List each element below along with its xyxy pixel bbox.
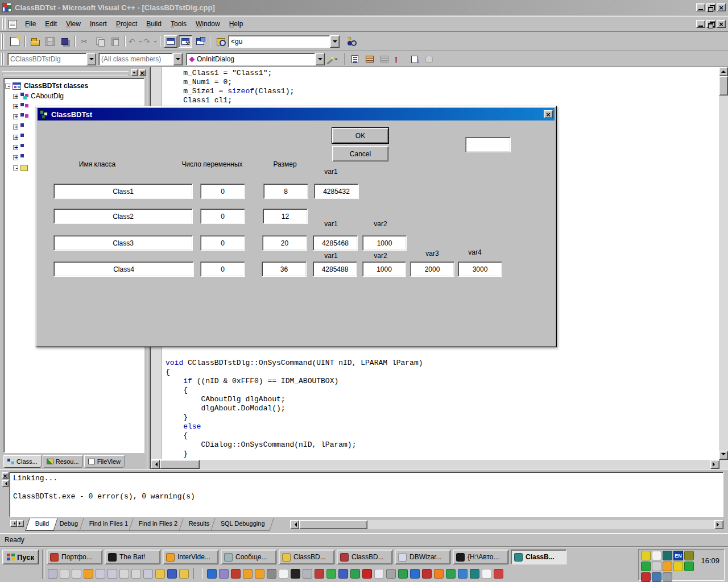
dialog-titlebar[interactable]: ClassBDTst: [38, 108, 555, 120]
quicklaunch-icon[interactable]: [255, 569, 264, 579]
tabs-scroll-right-button[interactable]: [17, 520, 24, 527]
var1-field[interactable]: 4285432: [314, 184, 359, 199]
mdi-document-icon[interactable]: [9, 20, 17, 28]
quicklaunch-icon[interactable]: [446, 569, 456, 579]
build-button[interactable]: [363, 53, 377, 65]
ok-button[interactable]: OK: [332, 128, 388, 143]
task-button[interactable]: Сообще...: [221, 550, 276, 564]
class-name-field[interactable]: Class1: [53, 184, 193, 199]
quicklaunch-icon[interactable]: [167, 569, 177, 579]
find-combo-text[interactable]: <gu: [228, 35, 330, 48]
quicklaunch-icon[interactable]: [410, 569, 420, 579]
menu-build[interactable]: Build: [142, 18, 166, 30]
tray-icon[interactable]: [641, 572, 651, 582]
quicklaunch-icon[interactable]: [470, 569, 479, 579]
quicklaunch-icon[interactable]: [119, 569, 129, 579]
menu-edit[interactable]: Edit: [40, 18, 61, 30]
tray-icon[interactable]: [652, 562, 661, 571]
quicklaunch-icon[interactable]: [143, 569, 153, 579]
expand-icon[interactable]: [13, 114, 18, 119]
mdi-close-button[interactable]: [717, 20, 726, 28]
horizontal-scroll-thumb[interactable]: [160, 460, 200, 469]
var3-field[interactable]: 2000: [410, 261, 454, 277]
cancel-button[interactable]: Cancel: [332, 146, 388, 161]
quicklaunch-icon[interactable]: [267, 569, 276, 579]
tree-item-caboutdlg[interactable]: CAboutDlg: [5, 91, 143, 101]
quicklaunch-icon[interactable]: [279, 569, 288, 579]
menu-file[interactable]: File: [20, 18, 40, 30]
menubar-gripper[interactable]: [2, 18, 6, 30]
members-combo[interactable]: (All class members): [98, 53, 183, 65]
menu-help[interactable]: Help: [225, 18, 248, 30]
tray-icon[interactable]: [684, 551, 694, 560]
workspace-pin-button[interactable]: [131, 69, 138, 76]
var-count-field[interactable]: 0: [200, 261, 245, 277]
window-list-button[interactable]: [193, 35, 207, 48]
wizard-action-button[interactable]: [325, 53, 339, 65]
tab-build[interactable]: Build: [25, 518, 58, 531]
build-output-text[interactable]: Linking... ClassBDTst.exe - 0 error(s), …: [9, 472, 723, 517]
task-button[interactable]: DBWizar...: [395, 550, 450, 564]
open-button[interactable]: [28, 35, 42, 48]
function-combo[interactable]: OnInitDialog: [186, 53, 325, 65]
function-combo-text[interactable]: OnInitDialog: [197, 55, 234, 65]
wizardbar-gripper[interactable]: [1, 53, 5, 65]
task-button[interactable]: ClassBD...: [337, 550, 392, 564]
save-all-button[interactable]: [58, 35, 72, 48]
quicklaunch-icon[interactable]: [303, 569, 312, 579]
compile-button[interactable]: [348, 53, 362, 65]
quicklaunch-icon[interactable]: [243, 569, 253, 579]
quicklaunch-icon[interactable]: [48, 569, 57, 579]
language-indicator[interactable]: EN: [673, 551, 683, 560]
size-field[interactable]: 12: [263, 209, 308, 224]
output-toggle-button[interactable]: [179, 35, 192, 48]
quicklaunch-icon[interactable]: [84, 569, 93, 579]
size-field[interactable]: 8: [263, 184, 308, 199]
tray-icon[interactable]: [684, 562, 694, 571]
save-button[interactable]: [43, 35, 57, 48]
class-combo-text[interactable]: CClassBDTstDlg: [7, 53, 86, 65]
paste-button[interactable]: [108, 35, 122, 48]
class-name-field[interactable]: Class4: [53, 261, 194, 277]
copy-button[interactable]: [93, 35, 107, 48]
quicklaunch-icon[interactable]: [96, 569, 105, 579]
output-collapse-button[interactable]: [2, 480, 9, 487]
quicklaunch-icon[interactable]: [434, 569, 444, 579]
quicklaunch-icon[interactable]: [72, 569, 81, 579]
find-combo-dropdown[interactable]: [330, 35, 340, 48]
scroll-up-button[interactable]: [719, 67, 728, 76]
scroll-right-button[interactable]: [710, 460, 719, 469]
tab-resourceview[interactable]: Resou...: [43, 455, 83, 468]
close-button[interactable]: [717, 3, 726, 11]
quicklaunch-icon[interactable]: [458, 569, 468, 579]
quicklaunch-icon[interactable]: [131, 569, 141, 579]
tab-fileview[interactable]: FileView: [84, 455, 125, 468]
mdi-minimize-button[interactable]: [696, 20, 705, 28]
tray-icon[interactable]: [652, 572, 661, 582]
quicklaunch-icon[interactable]: [338, 569, 348, 579]
workspace-close-button[interactable]: [139, 69, 146, 76]
output-close-button[interactable]: [2, 472, 9, 479]
quicklaunch-icon[interactable]: [374, 569, 384, 579]
collapse-icon[interactable]: [13, 165, 18, 171]
expand-icon[interactable]: [13, 155, 18, 160]
toolbar-gripper[interactable]: [1, 34, 5, 49]
quicklaunch-icon[interactable]: [231, 569, 241, 579]
output-scroll-thumb[interactable]: [299, 520, 367, 529]
var-count-field[interactable]: 0: [200, 184, 245, 199]
var-count-field[interactable]: 0: [200, 235, 245, 251]
tray-icon[interactable]: [652, 551, 661, 560]
tray-icon[interactable]: [663, 572, 672, 582]
quicklaunch-icon[interactable]: [386, 569, 396, 579]
tray-icon[interactable]: [641, 562, 651, 571]
quicklaunch-icon[interactable]: [155, 569, 165, 579]
scroll-left-button[interactable]: [151, 460, 160, 469]
tray-icon[interactable]: [663, 551, 672, 560]
undo-button[interactable]: [129, 35, 142, 48]
find-in-files-button[interactable]: [214, 35, 228, 48]
task-button[interactable]: ClassB...: [511, 550, 566, 564]
tray-icon[interactable]: [663, 562, 672, 571]
quicklaunch-icon[interactable]: [207, 569, 217, 579]
var4-field[interactable]: 3000: [458, 261, 502, 277]
quicklaunch-icon[interactable]: [219, 569, 229, 579]
